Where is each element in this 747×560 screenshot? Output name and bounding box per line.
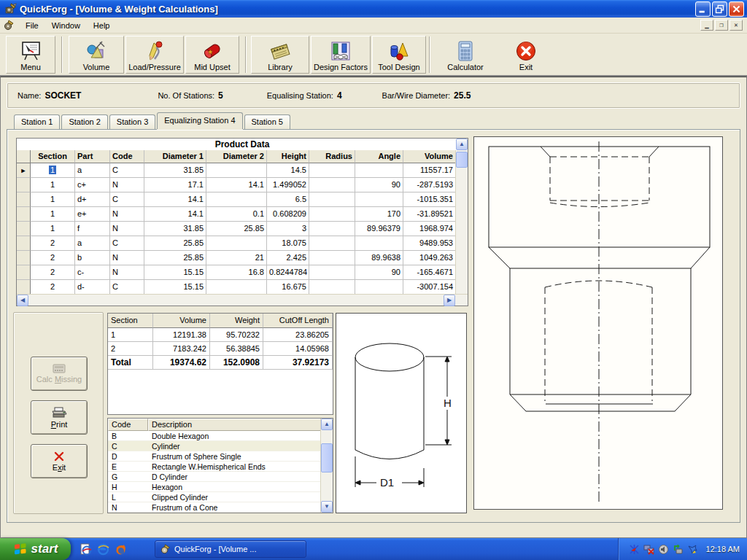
messenger-bird-icon[interactable] [687, 544, 698, 555]
grid-cell[interactable]: 11557.17 [403, 163, 456, 178]
grid-cell[interactable]: N [110, 222, 144, 236]
menu-item-help[interactable]: Help [87, 19, 117, 32]
grid-cell[interactable]: 17.1 [144, 178, 206, 192]
toolbar-design-factors-button[interactable]: Design Factors [311, 36, 371, 74]
grid-cell[interactable]: 15.15 [144, 280, 206, 295]
grid-cell[interactable]: 14.5 [267, 163, 309, 178]
grid-cell[interactable] [206, 163, 267, 178]
list-item[interactable]: ERectangle W.Hemispherical Ends [108, 462, 333, 472]
row-selector[interactable] [17, 178, 31, 192]
grid-cell[interactable]: b [75, 251, 110, 265]
grid-cell[interactable] [309, 236, 355, 251]
grid-cell[interactable]: 18.075 [267, 236, 309, 251]
grid-cell[interactable]: 1 [31, 178, 75, 192]
grid-cell[interactable]: C [110, 236, 144, 251]
grid-cell[interactable]: 31.85 [144, 163, 206, 178]
menu-item-file[interactable]: File [19, 19, 45, 32]
grid-cell[interactable]: 2 [31, 265, 75, 280]
list-item[interactable]: BDouble Hexagon [108, 431, 333, 441]
toolbar-volume-button[interactable]: Volume [69, 36, 124, 74]
toolbar-calculator-button[interactable]: Calculator [435, 36, 496, 74]
grid-cell[interactable]: d+ [75, 192, 110, 207]
grid-cell[interactable] [309, 178, 355, 192]
list-item[interactable]: GD Cylinder [108, 472, 333, 482]
grid-cell[interactable]: N [110, 251, 144, 265]
grid-cell[interactable]: -31.89521 [403, 207, 456, 222]
grid-cell[interactable]: -3007.154 [403, 280, 456, 295]
tab-equalizing-station-4[interactable]: Equalizing Station 4 [157, 112, 242, 129]
grid-cell[interactable]: 16.675 [267, 280, 309, 295]
grid-cell[interactable]: 90 [355, 178, 403, 192]
toolbar-mid-upset-button[interactable]: Mid Upset [185, 36, 239, 74]
grid-cell[interactable]: 14.1 [144, 207, 206, 222]
grid-cell[interactable]: 1 [31, 207, 75, 222]
start-button[interactable]: start [0, 538, 71, 560]
scrollbar-thumb[interactable] [456, 152, 468, 168]
grid-cell[interactable]: N [110, 178, 144, 192]
grid-cell[interactable]: 1.499052 [267, 178, 309, 192]
grid-cell[interactable] [309, 222, 355, 236]
speaker-icon[interactable] [658, 544, 669, 555]
grid-cell[interactable]: 25.85 [206, 222, 267, 236]
row-selector[interactable]: ► [17, 163, 31, 178]
internet-explorer-icon[interactable] [97, 543, 109, 556]
taskbar-app-button[interactable]: QuickForg - [Volume ... [155, 540, 306, 558]
grid-cell[interactable]: 6.5 [267, 192, 309, 207]
scroll-up-icon[interactable]: ▲ [456, 139, 468, 150]
scroll-up-icon[interactable]: ▲ [321, 419, 333, 430]
graphics-tool-icon[interactable] [629, 544, 640, 555]
grid-cell[interactable] [355, 280, 403, 295]
grid-cell[interactable] [309, 163, 355, 178]
menu-item-window[interactable]: Window [45, 19, 87, 32]
grid-cell[interactable]: c- [75, 265, 110, 280]
grid-cell[interactable]: 2 [31, 280, 75, 295]
grid-cell[interactable]: 25.85 [144, 236, 206, 251]
grid-cell[interactable]: N [110, 265, 144, 280]
grid-cell[interactable]: 89.9638 [355, 251, 403, 265]
grid-cell[interactable] [309, 251, 355, 265]
grid-horizontal-scrollbar[interactable]: ◀ ▶ [17, 294, 468, 306]
grid-cell[interactable]: 90 [355, 265, 403, 280]
grid-cell[interactable]: C [110, 163, 144, 178]
toolbar-menu-button[interactable]: Menu [6, 36, 55, 74]
grid-cell[interactable]: 2.425 [267, 251, 309, 265]
child-close-icon[interactable]: ✕ [729, 20, 743, 31]
row-selector[interactable] [17, 207, 31, 222]
grid-cell[interactable] [355, 163, 403, 178]
print-button[interactable]: Print [31, 400, 88, 435]
grid-cell[interactable]: 16.8 [206, 265, 267, 280]
scroll-down-icon[interactable]: ▼ [321, 501, 333, 513]
grid-cell[interactable] [309, 192, 355, 207]
child-minimize-icon[interactable]: ▁ [700, 20, 713, 31]
row-selector[interactable] [17, 265, 31, 280]
grid-cell[interactable]: 14.1 [144, 192, 206, 207]
grid-cell[interactable]: e+ [75, 207, 110, 222]
grid-cell[interactable]: 21 [206, 251, 267, 265]
grid-cell[interactable]: 1 [31, 163, 75, 178]
codes-header-cell[interactable]: Code [108, 419, 148, 431]
grid-cell[interactable]: d- [75, 280, 110, 295]
grid-cell[interactable]: 89.96379 [355, 222, 403, 236]
list-item[interactable]: CCylinder [108, 441, 333, 451]
grid-cell[interactable] [355, 192, 403, 207]
grid-cell[interactable]: 170 [355, 207, 403, 222]
grid-cell[interactable]: 1 [31, 192, 75, 207]
grid-cell[interactable]: 1 [31, 222, 75, 236]
firefox-icon[interactable] [115, 543, 127, 556]
row-selector[interactable] [17, 251, 31, 265]
grid-cell[interactable]: C [110, 192, 144, 207]
grid-cell[interactable]: 2 [31, 236, 75, 251]
grid-cell[interactable]: f [75, 222, 110, 236]
codes-scrollbar[interactable]: ▲ ▼ [320, 419, 333, 513]
grid-cell[interactable]: 3 [267, 222, 309, 236]
grid-cell[interactable]: 1049.263 [403, 251, 456, 265]
scroll-right-icon[interactable]: ▶ [444, 295, 455, 306]
tab-station-1[interactable]: Station 1 [14, 114, 60, 129]
toolbar-tool-design-button[interactable]: Tool Design [372, 36, 426, 74]
close-icon[interactable] [729, 1, 744, 17]
network-disconnected-icon[interactable] [643, 544, 654, 555]
safely-remove-icon[interactable] [673, 544, 684, 555]
grid-vertical-scrollbar[interactable]: ▲ ▼ [455, 150, 468, 294]
tab-station-5[interactable]: Station 5 [244, 114, 290, 129]
grid-cell[interactable]: c+ [75, 178, 110, 192]
